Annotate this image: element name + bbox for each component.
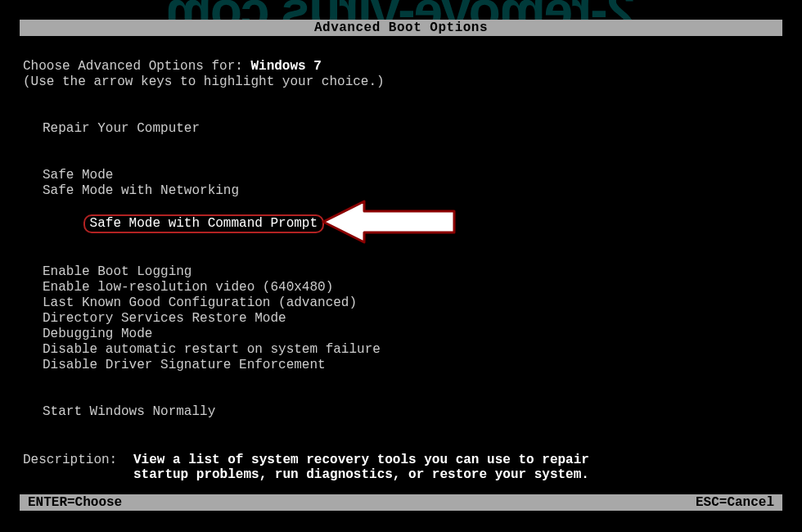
menu-debugging[interactable]: Debugging Mode <box>23 327 779 342</box>
choose-os-line: Choose Advanced Options for: Windows 7 <box>23 59 779 74</box>
boot-options-screen: Advanced Boot Options Choose Advanced Op… <box>20 20 782 511</box>
menu-boot-logging[interactable]: Enable Boot Logging <box>23 264 779 280</box>
menu-last-known-good[interactable]: Last Known Good Configuration (advanced) <box>23 295 779 311</box>
description-label: Description: <box>23 453 133 468</box>
menu-repair-computer[interactable]: Repair Your Computer <box>23 121 779 137</box>
content-area: Choose Advanced Options for: Windows 7 (… <box>21 39 781 494</box>
menu-no-auto-restart[interactable]: Disable automatic restart on system fail… <box>23 342 779 358</box>
footer-esc-hint: ESC=Cancel <box>696 494 774 511</box>
description-text: View a list of system recovery tools you… <box>133 453 589 482</box>
menu-safe-mode[interactable]: Safe Mode <box>23 168 779 183</box>
menu-ds-restore[interactable]: Directory Services Restore Mode <box>23 311 779 327</box>
footer-enter-hint: ENTER=Choose <box>28 494 122 511</box>
choose-label: Choose Advanced Options for: <box>23 59 250 74</box>
menu-safe-mode-command-prompt[interactable]: Safe Mode with Command Prompt <box>23 199 779 249</box>
description-block: Description: View a list of system recov… <box>23 453 779 482</box>
hint-line: (Use the arrow keys to highlight your ch… <box>23 74 779 90</box>
os-name: Windows 7 <box>250 59 321 74</box>
menu-safe-mode-networking[interactable]: Safe Mode with Networking <box>23 183 779 199</box>
highlighted-option[interactable]: Safe Mode with Command Prompt <box>83 214 324 233</box>
menu-no-driver-sig[interactable]: Disable Driver Signature Enforcement <box>23 358 779 373</box>
title-text: Advanced Boot Options <box>314 20 488 35</box>
menu-low-res-video[interactable]: Enable low-resolution video (640x480) <box>23 280 779 295</box>
menu-start-normally[interactable]: Start Windows Normally <box>23 404 779 420</box>
title-bar: Advanced Boot Options <box>20 20 782 36</box>
footer-bar: ENTER=Choose ESC=Cancel <box>20 494 782 511</box>
